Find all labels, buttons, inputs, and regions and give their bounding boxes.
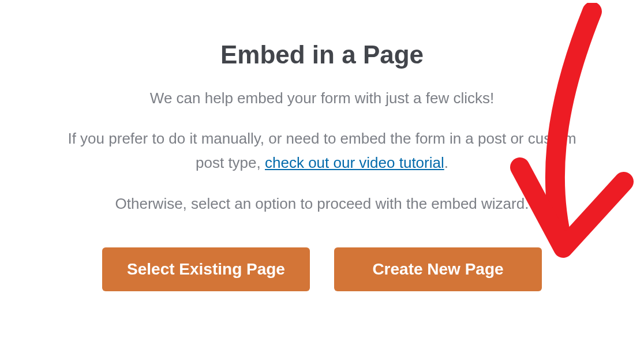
description-suffix: . (444, 154, 448, 171)
modal-footer-text: Otherwise, select an option to proceed w… (58, 192, 586, 215)
video-tutorial-link[interactable]: check out our video tutorial (265, 154, 444, 171)
create-new-page-button[interactable]: Create New Page (334, 247, 542, 291)
select-existing-page-button[interactable]: Select Existing Page (102, 247, 310, 291)
embed-modal: Embed in a Page We can help embed your f… (0, 0, 644, 291)
button-row: Select Existing Page Create New Page (58, 247, 586, 291)
modal-subtitle: We can help embed your form with just a … (58, 87, 586, 110)
modal-description: If you prefer to do it manually, or need… (58, 127, 586, 175)
modal-title: Embed in a Page (58, 40, 586, 69)
